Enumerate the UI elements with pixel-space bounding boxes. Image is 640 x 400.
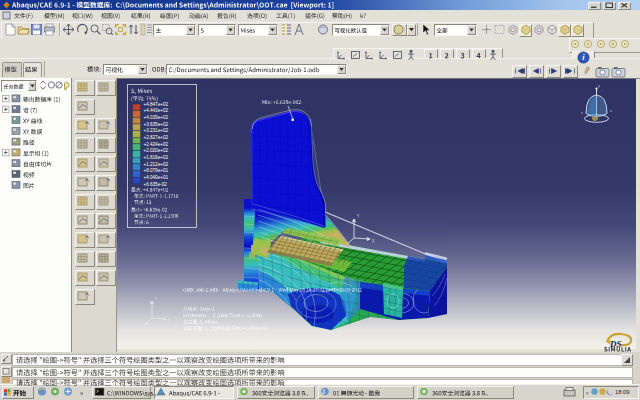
svg-text:+1.212e+02: +1.212e+02 xyxy=(144,162,169,167)
svg-text:+4.443e+02: +4.443e+02 xyxy=(144,108,169,113)
svg-text:+3.635e+02: +3.635e+02 xyxy=(144,122,169,127)
svg-text:+6.635e-02: +6.635e-02 xyxy=(144,182,168,187)
svg-text:+2.020e+02: +2.020e+02 xyxy=(144,148,169,153)
svg-text:+1.616e+02: +1.616e+02 xyxy=(144,155,169,160)
svg-text:+4.039e+02: +4.039e+02 xyxy=(144,115,169,120)
svg-text:+4.847e+02: +4.847e+02 xyxy=(144,102,169,107)
svg-text:DS: DS xyxy=(609,339,622,349)
svg-text:+2.424e+02: +2.424e+02 xyxy=(144,142,169,147)
svg-text:+2.827e+02: +2.827e+02 xyxy=(144,135,169,140)
svg-text:+8.079e+01: +8.079e+01 xyxy=(144,168,169,173)
svg-text:+4.040e+01: +4.040e+01 xyxy=(144,175,169,180)
svg-text:+3.231e+02: +3.231e+02 xyxy=(144,128,169,133)
svg-text:18:09: 18:09 xyxy=(615,389,630,395)
